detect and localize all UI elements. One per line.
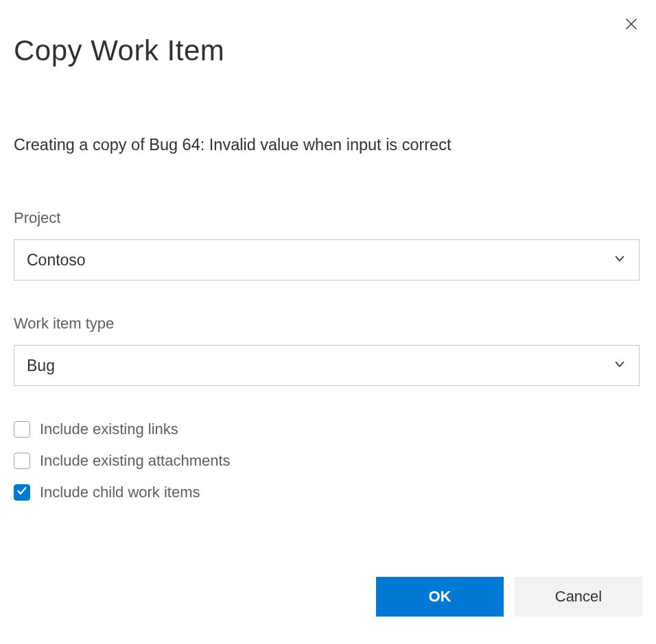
include-attachments-checkbox[interactable] — [14, 453, 30, 469]
work-item-type-label: Work item type — [14, 315, 642, 333]
project-label: Project — [14, 209, 642, 227]
include-children-checkbox[interactable] — [14, 484, 30, 501]
include-links-label[interactable]: Include existing links — [40, 420, 178, 438]
chevron-down-icon — [613, 357, 626, 374]
include-attachments-label[interactable]: Include existing attachments — [40, 452, 231, 470]
checkbox-group: Include existing links Include existing … — [14, 420, 642, 501]
work-item-type-field-group: Work item type Bug — [14, 315, 642, 386]
ok-button[interactable]: OK — [376, 577, 504, 617]
button-row: OK Cancel — [376, 577, 642, 617]
include-children-row: Include child work items — [14, 484, 642, 501]
close-button[interactable] — [622, 15, 641, 34]
cancel-button[interactable]: Cancel — [515, 577, 642, 617]
work-item-type-dropdown[interactable]: Bug — [14, 345, 640, 386]
include-attachments-row: Include existing attachments — [14, 452, 642, 470]
project-field-group: Project Contoso — [14, 209, 642, 281]
work-item-type-value: Bug — [27, 357, 55, 375]
dialog-title: Copy Work Item — [14, 34, 642, 67]
include-links-checkbox[interactable] — [14, 421, 30, 438]
chevron-down-icon — [613, 252, 626, 268]
project-value: Contoso — [27, 251, 86, 270]
check-icon — [16, 486, 27, 499]
project-dropdown[interactable]: Contoso — [14, 239, 640, 281]
include-links-row: Include existing links — [14, 420, 642, 438]
close-icon — [624, 16, 639, 34]
dialog-subtitle: Creating a copy of Bug 64: Invalid value… — [14, 136, 642, 154]
include-children-label[interactable]: Include child work items — [40, 484, 200, 501]
